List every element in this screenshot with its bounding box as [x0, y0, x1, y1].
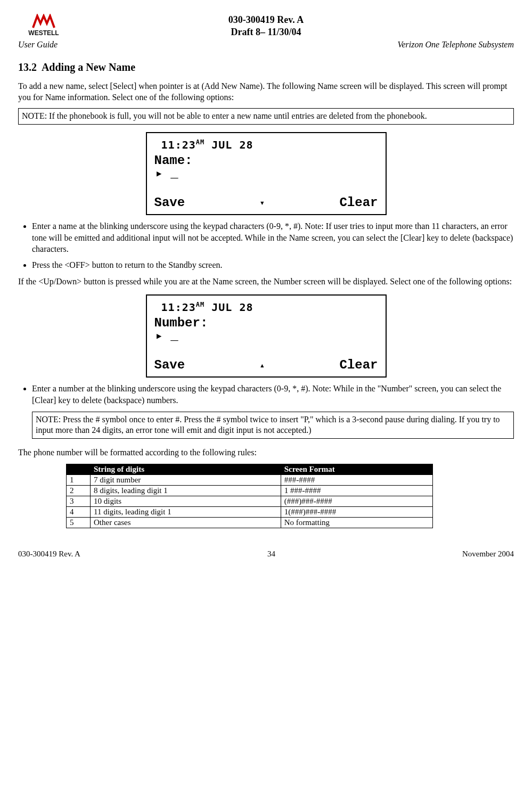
page-subheader: User Guide Verizon One Telephone Subsyst… — [18, 40, 514, 50]
footer-right: November 2004 — [462, 550, 514, 559]
lcd-time: 11:23 — [161, 301, 196, 314]
lcd-ampm: AM — [196, 301, 204, 309]
table-row: 28 digits, leading digit 11 ###-#### — [67, 485, 433, 496]
cell: 2 — [67, 485, 91, 496]
note-pound-symbol: NOTE: Press the # symbol once to enter #… — [32, 412, 514, 439]
lcd-cursor: ▸ _ — [155, 330, 378, 343]
westell-logo: WESTELL — [18, 14, 69, 36]
cell: 8 digits, leading digit 1 — [91, 485, 281, 496]
cell: 5 — [67, 517, 91, 528]
softkey-right: Clear — [339, 358, 378, 372]
bullet-item: Enter a number at the blinking underscor… — [32, 383, 514, 406]
cell: No formatting — [281, 517, 432, 528]
bullet-item: Press the <OFF> button to return to the … — [32, 259, 514, 271]
cell: ###-#### — [281, 474, 432, 485]
table-row: 5Other casesNo formatting — [67, 517, 433, 528]
up-arrow-icon: ▴ — [259, 360, 265, 370]
table-row: 411 digits, leading digit 11(###)###-###… — [67, 506, 433, 517]
cell: 3 — [67, 496, 91, 506]
th-digits: String of digits — [91, 464, 281, 474]
logo-text: WESTELL — [28, 29, 59, 37]
section-heading: 13.2 Adding a New Name — [18, 61, 514, 73]
doc-title-block: 030-300419 Rev. A Draft 8– 11/30/04 — [69, 14, 463, 39]
lcd-name-screen: 11:23AM JUL 28 Name: ▸ _ Save ▾ Clear — [18, 132, 514, 215]
lcd-frame: 11:23AM JUL 28 Number: ▸ _ Save ▴ Clear — [146, 294, 387, 378]
user-guide-label: User Guide — [18, 40, 58, 50]
bullet-item: Enter a name at the blinking underscore … — [32, 220, 514, 255]
lcd-time-row: 11:23AM JUL 28 — [154, 301, 378, 314]
table-row: 17 digit number###-#### — [67, 474, 433, 485]
page-header: WESTELL 030-300419 Rev. A Draft 8– 11/30… — [18, 14, 514, 39]
logo-mark-icon — [32, 14, 55, 29]
table-row: 310 digits(###)###-#### — [67, 496, 433, 506]
lcd-cursor: ▸ _ — [155, 168, 378, 181]
intro-paragraph: To add a new name, select [Select] when … — [18, 81, 514, 103]
cell: 11 digits, leading digit 1 — [91, 506, 281, 517]
lcd-ampm: AM — [196, 139, 204, 146]
lcd-field-label: Number: — [154, 316, 378, 330]
lcd-time-row: 11:23AM JUL 28 — [154, 138, 378, 151]
table-header-row: String of digits Screen Format — [67, 464, 433, 474]
mid-paragraph: If the <Up/Down> button is pressed while… — [18, 276, 514, 288]
lcd-softkey-row: Save ▴ Clear — [154, 358, 378, 372]
subsystem-label: Verizon One Telephone Subsystem — [398, 40, 514, 50]
lcd-field-label: Name: — [154, 153, 378, 168]
bullets-name-screen: Enter a name at the blinking underscore … — [18, 220, 514, 271]
cell: (###)###-#### — [281, 496, 432, 506]
cell: 7 digit number — [91, 474, 281, 485]
cell: Other cases — [91, 517, 281, 528]
note-phonebook-full: NOTE: If the phonebook is full, you will… — [18, 108, 514, 125]
footer-left: 030-300419 Rev. A — [18, 550, 80, 559]
lcd-date: JUL 28 — [211, 138, 253, 151]
format-rules-table: String of digits Screen Format 17 digit … — [66, 464, 433, 528]
th-format: Screen Format — [281, 464, 432, 474]
cell: 1 — [67, 474, 91, 485]
footer-page-number: 34 — [267, 550, 275, 559]
softkey-left: Save — [154, 195, 185, 210]
section-number: 13.2 — [18, 61, 37, 73]
softkey-right: Clear — [339, 195, 378, 210]
cell: 1(###)###-#### — [281, 506, 432, 517]
th-blank — [67, 464, 91, 474]
lcd-frame: 11:23AM JUL 28 Name: ▸ _ Save ▾ Clear — [146, 132, 387, 215]
lcd-date: JUL 28 — [211, 301, 253, 314]
cell: 4 — [67, 506, 91, 517]
lcd-time: 11:23 — [161, 138, 196, 151]
page-footer: 030-300419 Rev. A 34 November 2004 — [18, 550, 514, 559]
bullets-number-screen: Enter a number at the blinking underscor… — [18, 383, 514, 406]
cell: 10 digits — [91, 496, 281, 506]
lcd-number-screen: 11:23AM JUL 28 Number: ▸ _ Save ▴ Clear — [18, 294, 514, 378]
section-title: Adding a New Name — [42, 61, 135, 73]
cell: 1 ###-#### — [281, 485, 432, 496]
down-arrow-icon: ▾ — [259, 198, 265, 208]
table-intro-paragraph: The phone number will be formatted accor… — [18, 447, 514, 458]
doc-id: 030-300419 Rev. A — [69, 14, 463, 26]
softkey-left: Save — [154, 358, 185, 372]
doc-draft: Draft 8– 11/30/04 — [69, 26, 463, 38]
lcd-softkey-row: Save ▾ Clear — [154, 195, 378, 210]
